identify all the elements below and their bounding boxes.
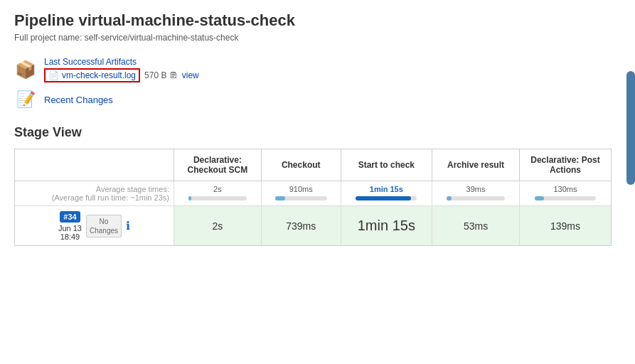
progress-fill-4 (447, 196, 452, 200)
artifacts-section: 📦 Last Successful Artifacts 📄 vm-check-r… (14, 57, 614, 82)
stage-view-title: Stage View (14, 125, 614, 140)
artifact-details: Last Successful Artifacts 📄 vm-check-res… (44, 57, 199, 82)
run-val-3: 1min 15s (341, 206, 432, 246)
notepad-icon: 📝 (14, 88, 37, 111)
run-val-2: 739ms (261, 206, 341, 246)
scrollbar[interactable] (626, 71, 635, 185)
avg-full-label: (Average full run time: ~1min 23s) (22, 193, 169, 202)
col-header-declarative-post: Declarative: Post Actions (519, 149, 611, 181)
page-title: Pipeline virtual-machine-status-check (14, 11, 614, 30)
stage-table: Declarative: Checkout SCM Checkout Start… (15, 149, 611, 245)
avg-archive-result: 39ms (432, 181, 520, 206)
last-successful-artifacts-link[interactable]: Last Successful Artifacts (44, 57, 199, 67)
col-header-start-check: Start to check (341, 149, 432, 181)
info-icon[interactable]: ℹ (126, 219, 130, 232)
artifact-view-link[interactable]: view (182, 70, 199, 80)
progress-fill-5 (535, 196, 544, 200)
stage-view: Stage View Declarative: Checkout S (14, 125, 614, 248)
run-val-5: 139ms (519, 206, 611, 246)
file-icon: 📄 (48, 70, 59, 80)
col-header-archive-result: Archive result (432, 149, 520, 181)
recent-changes-section: 📝 Recent Changes (14, 88, 614, 111)
project-name-line: Full project name: self-service/virtual-… (14, 33, 614, 43)
col-header-checkout: Checkout (261, 149, 341, 181)
project-label: Full project name: (14, 33, 82, 43)
no-changes-badge: NoChanges (86, 215, 122, 237)
project-name: self-service/virtual-machine-status-chec… (85, 33, 239, 43)
progress-fill-3 (356, 196, 410, 200)
box-icon: 📦 (14, 58, 37, 81)
avg-declarative-checkout: 2s (174, 181, 261, 206)
artifact-file-name: vm-check-result.log (62, 70, 136, 80)
progress-bar-3 (356, 196, 417, 200)
artifact-size: 570 B 🖹 (144, 70, 178, 80)
run-info-cell: #34 Jun 13 18:49 NoChanges ℹ (15, 206, 174, 246)
run-val-1: 2s (174, 206, 261, 246)
artifact-file-row: 📄 vm-check-result.log 570 B 🖹 view (44, 68, 199, 82)
artifact-file-link[interactable]: 📄 vm-check-result.log (44, 68, 140, 82)
run-val-4: 53ms (432, 206, 520, 246)
col-header-declarative-checkout: Declarative: Checkout SCM (174, 149, 261, 181)
progress-fill-1 (188, 196, 191, 200)
avg-row: Average stage times: (Average full run t… (15, 181, 611, 206)
progress-bar-1 (188, 196, 247, 200)
progress-bar-4 (447, 196, 505, 200)
avg-declarative-post: 130ms (519, 181, 611, 206)
avg-label-cell: Average stage times: (Average full run t… (15, 181, 174, 206)
avg-label: Average stage times: (22, 185, 169, 193)
progress-fill-2 (275, 196, 286, 200)
run-time: 18:49 (58, 232, 82, 241)
stage-table-container: Declarative: Checkout SCM Checkout Start… (14, 149, 612, 246)
progress-bar-2 (275, 196, 327, 200)
col-header-left (15, 149, 174, 181)
progress-bar-5 (535, 196, 596, 200)
run-badge[interactable]: #34 (60, 211, 80, 223)
run-date: Jun 13 (58, 224, 82, 232)
data-row: #34 Jun 13 18:49 NoChanges ℹ 2s (15, 206, 611, 246)
recent-changes-link[interactable]: Recent Changes (44, 95, 113, 105)
avg-checkout: 910ms (261, 181, 341, 206)
stage-header-row: Declarative: Checkout SCM Checkout Start… (15, 149, 611, 181)
avg-start-check: 1min 15s (341, 181, 432, 206)
